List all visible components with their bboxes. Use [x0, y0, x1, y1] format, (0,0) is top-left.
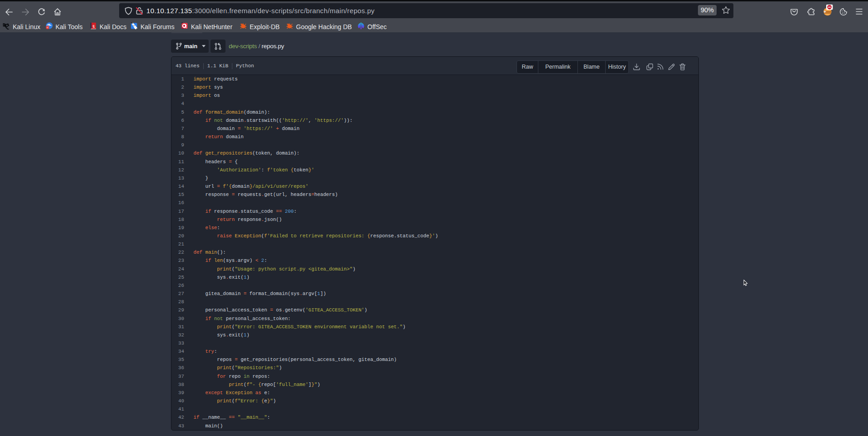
- svg-text:ϛ: ϛ: [93, 23, 95, 27]
- svg-text:n: n: [47, 26, 48, 29]
